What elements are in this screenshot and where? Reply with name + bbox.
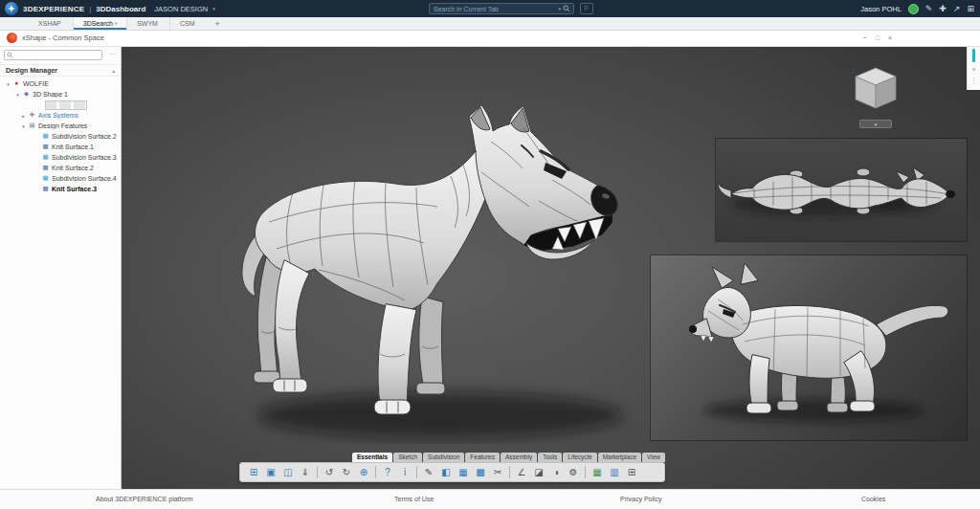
tool-glyph: ↻ <box>343 468 350 477</box>
tree-node-label: Subdivision Surface.2 <box>52 133 117 140</box>
link-privacy[interactable]: Privacy Policy <box>620 496 662 502</box>
abtab-assembly[interactable]: Assembly <box>501 453 537 462</box>
update-tool-icon[interactable]: ⊕ <box>356 465 371 479</box>
add-tab-button[interactable]: + <box>206 17 228 30</box>
avatar[interactable] <box>908 4 919 14</box>
tree-item-subdivision-surface-3[interactable]: ▦ Subdivision Surface.3 <box>0 152 121 163</box>
xshape-logo-icon <box>7 33 17 43</box>
inset-view-top[interactable] <box>716 139 967 241</box>
collapse-icon[interactable]: ▴ <box>112 68 115 74</box>
collapse-panel-icon[interactable]: » <box>972 67 976 74</box>
section-tool-icon[interactable]: ◪ <box>531 465 546 479</box>
tool-glyph: ▣ <box>266 468 275 477</box>
app-header: xShape - Common Space −□× <box>0 30 980 47</box>
tab-csm[interactable]: CSM <box>169 17 207 30</box>
wolf-model-rear-view[interactable] <box>651 255 967 440</box>
tab-3dsearch[interactable]: 3DSearch ▾ <box>73 17 126 30</box>
tree-item-view-thumbnails[interactable] <box>0 100 121 110</box>
abtab-tools[interactable]: Tools <box>538 453 562 462</box>
tree-item-knit-surface-1[interactable]: ▩ Knit Surface.1 <box>0 142 121 152</box>
table-view-tool-icon[interactable]: ▥ <box>607 465 622 479</box>
minimize-icon[interactable]: − <box>863 34 867 41</box>
insert-tool-icon[interactable]: ⊞ <box>246 465 261 479</box>
tree-item-design-features[interactable]: ▾ ▤ Design Features <box>0 121 121 131</box>
display-tool-icon[interactable]: ◑ <box>548 465 564 479</box>
design-manager-panel: ⋯ Design Manager ▴ ▾ ● WOLFIE ▾ ◆ 3D Sha… <box>0 46 122 490</box>
tab-xshap[interactable]: XSHAP <box>29 17 73 30</box>
undo-tool-icon[interactable]: ↺ <box>322 465 337 479</box>
save-tool-icon[interactable]: ◫ <box>280 465 296 479</box>
grid-view-tool-icon[interactable]: ▦ <box>590 465 605 479</box>
view-cube-graphic[interactable]: Z <box>850 65 902 113</box>
action-bar-tools: ⊞ ▣ ◫ ⇓ ↺ ↻ ⊕ ? <box>239 462 665 482</box>
abtab-lifecycle[interactable]: Lifecycle <box>563 453 596 462</box>
help-tool-icon[interactable]: ? <box>380 465 395 479</box>
link-cookies[interactable]: Cookies <box>861 496 885 502</box>
abtab-marketplace[interactable]: Marketplace <box>598 453 641 462</box>
tree-item-3d-shape-1[interactable]: ▾ ◆ 3D Shape 1 <box>0 89 121 100</box>
tree-expand-icon[interactable]: ▾ <box>19 123 28 129</box>
link-about[interactable]: About 3DEXPERIENCE platform <box>96 496 193 502</box>
export-tool-icon[interactable]: ⇓ <box>298 465 313 479</box>
abtab-subdivision[interactable]: Subdivision <box>423 453 464 462</box>
share-icon[interactable]: ↗ <box>953 5 961 13</box>
dock-accent-bar <box>972 49 975 62</box>
tree-expand-icon[interactable]: ▾ <box>4 81 12 87</box>
global-search[interactable]: ▾ <box>429 3 574 14</box>
tool-glyph: ⚙ <box>569 468 578 477</box>
wolf-model-main[interactable] <box>234 100 670 444</box>
settings-tool-icon[interactable]: ⚙ <box>566 465 581 479</box>
chevron-down-icon[interactable]: ▾ <box>212 6 215 11</box>
tree-item-wolfie[interactable]: ▾ ● WOLFIE <box>0 78 121 89</box>
view-cube[interactable]: Z ▾ <box>847 65 904 126</box>
tree-item-knit-surface-2[interactable]: ▩ Knit Surface.2 <box>0 163 121 173</box>
close-icon[interactable]: × <box>888 34 892 41</box>
panel-search-input[interactable] <box>15 51 101 59</box>
duplicate-tool-icon[interactable]: ▣ <box>263 465 278 479</box>
tree-node-label: Knit Surface.2 <box>52 165 94 171</box>
topbar-right: Jason POHL ✎✚↗⊞ <box>860 0 974 17</box>
abtab-sketch[interactable]: Sketch <box>393 453 422 462</box>
tree-item-axis-systems[interactable]: ▸ ✚ Axis Systems <box>0 110 121 121</box>
subdivision-tool-icon[interactable]: ▦ <box>456 465 471 479</box>
tab-swym[interactable]: SWYM <box>126 17 169 30</box>
panel-options-icon[interactable]: ⋯ <box>109 51 116 57</box>
abtab-essentials[interactable]: Essentials <box>352 453 392 462</box>
tree-item-knit-surface-3[interactable]: ▩ Knit Surface.3 <box>0 184 121 194</box>
expand-icon[interactable]: □ <box>876 34 880 41</box>
tree-node-icon: ▦ <box>41 154 50 161</box>
compass-icon[interactable] <box>5 2 18 15</box>
more-icon[interactable]: ⋮ <box>970 78 977 85</box>
workspace-name[interactable]: JASON DESIGN <box>154 5 208 13</box>
tool-glyph: ⊞ <box>250 468 257 477</box>
measure-tool-icon[interactable]: ∠ <box>514 465 529 479</box>
abtab-view[interactable]: View <box>642 453 665 462</box>
tree-expand-icon[interactable]: ▸ <box>19 113 28 119</box>
apps-tool-icon[interactable]: ⊞ <box>624 465 639 479</box>
tree-item-subdivision-surface-2[interactable]: ▦ Subdivision Surface.2 <box>0 131 121 142</box>
info-tool-icon[interactable]: i <box>397 465 412 479</box>
tool-glyph: ▩ <box>476 468 484 477</box>
tree-item-subdivision-surface-4[interactable]: ▦ Subdivision Surface.4 <box>0 173 121 184</box>
tree-expand-icon[interactable]: ▾ <box>13 92 22 98</box>
abtab-features[interactable]: Features <box>465 453 500 462</box>
trim-tool-icon[interactable]: ✂ <box>490 465 505 479</box>
apps-grid-icon[interactable]: ⊞ <box>967 5 974 13</box>
sketch-tool-icon[interactable]: ✎ <box>421 465 436 479</box>
link-terms[interactable]: Terms of Use <box>394 496 434 502</box>
panel-search[interactable] <box>4 50 102 60</box>
redo-tool-icon[interactable]: ↻ <box>339 465 354 479</box>
inset-view-rear[interactable] <box>651 255 967 440</box>
edit-icon[interactable]: ✎ <box>925 5 933 13</box>
viewport-3d[interactable]: Z ▾ <box>122 46 980 490</box>
wolf-model-top-view[interactable] <box>716 139 967 241</box>
search-input[interactable] <box>430 6 556 12</box>
user-name[interactable]: Jason POHL <box>860 5 902 13</box>
search-icon[interactable] <box>563 5 573 12</box>
tag-search-button[interactable]: ⚐ <box>580 3 593 14</box>
surface-tool-icon[interactable]: ◧ <box>438 465 454 479</box>
knit-tool-icon[interactable]: ▩ <box>473 465 488 479</box>
add-icon[interactable]: ✚ <box>939 5 947 13</box>
viewcube-dropdown[interactable]: ▾ <box>859 120 892 128</box>
tool-glyph: ◑ <box>553 468 559 477</box>
